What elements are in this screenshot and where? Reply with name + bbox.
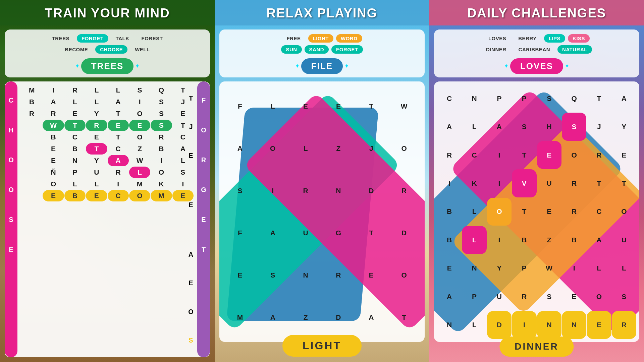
grid-row: MIRLLSQT — [21, 84, 194, 96]
grid3-table: CNPPSQTA ALASHSJY RCITEORE IKIVURTT BLOT… — [437, 84, 637, 339]
panel3-word-list: LOVES BERRY LIPS KISS DINNER CARIBBEAN N… — [434, 29, 639, 77]
word-chip-free[interactable]: FREE — [282, 34, 305, 43]
word-chips-row1: TREES FORGET TALK FOREST — [47, 34, 168, 43]
grid-row: FLEETW — [224, 85, 420, 127]
word-chip-become[interactable]: BECOME — [60, 45, 93, 54]
word-chip-choose[interactable]: CHOOSE — [95, 45, 127, 54]
word-chip-loves[interactable]: LOVES — [484, 34, 511, 43]
panel2-header: RELAX PLAYING — [215, 0, 429, 25]
word-chips-row2: SUN SAND FORGET — [281, 45, 363, 54]
word-chip-sun[interactable]: SUN — [281, 45, 302, 54]
word-chip-talk[interactable]: TALK — [111, 34, 134, 43]
word-chip-sand[interactable]: SAND — [305, 45, 329, 54]
grid-row: BLIBZBAU — [437, 226, 636, 254]
grid-row: EBECOME — [21, 190, 194, 201]
grid-row: ALASHSJY — [437, 113, 636, 140]
word-chip-forest[interactable]: FOREST — [137, 34, 168, 43]
sparkle-left2: ✦ — [295, 62, 300, 70]
word-chip-berry[interactable]: BERRY — [514, 34, 541, 43]
sparkle-left: ✦ — [75, 62, 80, 70]
grid-row: APURSEOS — [437, 283, 636, 310]
word-chip-kiss[interactable]: KISS — [568, 34, 590, 43]
word-chip-lips[interactable]: LIPS — [544, 34, 565, 43]
word-chips-row1: LOVES BERRY LIPS KISS — [484, 34, 590, 43]
grid-row: MAZDAT — [224, 296, 420, 338]
sparkle-right3: ✦ — [565, 62, 570, 70]
word-chip-dinner[interactable]: DINNER — [481, 45, 511, 54]
grid-row: NLDINNER — [437, 311, 636, 339]
word-chip-word[interactable]: WORD — [336, 34, 362, 43]
current-word-badge: TREES — [81, 58, 134, 74]
panel1-header: TRAIN YOUR MIND — [0, 0, 215, 25]
grid-row: ÑPURLOS — [21, 167, 194, 178]
panel3-header: DAILY CHALLENGES — [429, 0, 644, 25]
word-chip-light[interactable]: LIGHT — [308, 34, 334, 43]
grid-row: ENYPWILL — [437, 254, 636, 282]
sparkle-right2: ✦ — [344, 62, 349, 70]
grid-row: CNPPSQTA — [437, 84, 636, 112]
bottom-word-dinner: DINNER — [499, 337, 574, 357]
panel2-word-list: FREE LIGHT WORD SUN SAND FORGET ✦ FILE ✦ — [219, 29, 425, 77]
word-chip-forget[interactable]: FORGET — [77, 34, 108, 43]
word-chip-natural[interactable]: NATURAL — [557, 45, 592, 54]
current-word-badge2: FILE — [301, 58, 343, 74]
word-chip-caribbean[interactable]: CARIBBEAN — [514, 45, 555, 54]
word-chip-well[interactable]: WELL — [130, 45, 155, 54]
word-chip-forget2[interactable]: FORGET — [331, 45, 363, 54]
bottom-word-light: LIGHT — [282, 335, 362, 357]
word-chip-trees[interactable]: TREES — [47, 34, 74, 43]
word-chips-row1: FREE LIGHT WORD — [282, 34, 362, 43]
grid-row: RREYTOSE — [21, 108, 194, 119]
grid-row: BALLAISJ — [21, 96, 194, 108]
grid-row: RCITEORE — [437, 141, 636, 169]
sparkle-right: ✦ — [135, 62, 140, 70]
current-word-badge3: LOVES — [510, 58, 563, 74]
grid-row: FAUGTD — [224, 212, 420, 254]
panel1-word-list: TREES FORGET TALK FOREST BECOME CHOOSE W… — [5, 29, 210, 77]
word-chips-row2: DINNER CARIBBEAN NATURAL — [481, 45, 592, 54]
grid-row: IKIVURTT — [437, 169, 636, 197]
grid-row: AOLZJO — [224, 127, 420, 169]
grid-row: WTREEST — [21, 120, 194, 131]
grid-row: ENYAWIL — [21, 155, 194, 166]
word-chips-row2: BECOME CHOOSE WELL — [60, 45, 154, 54]
grid-row: BLOTERCO — [437, 198, 636, 226]
grid-row: ESNREO — [224, 254, 420, 296]
panel-relax: RELAX PLAYING FREE LIGHT WORD SUN SAND F… — [215, 0, 429, 362]
sparkle-left3: ✦ — [504, 62, 509, 70]
panel-train: TRAIN YOUR MIND TREES FORGET TALK FOREST… — [0, 0, 215, 362]
panel-challenges: DAILY CHALLENGES LOVES BERRY LIPS KISS D… — [429, 0, 644, 362]
grid1-table: MIRLLSQT BALLAISJ RREYTOSE WTREEST BCETO… — [21, 84, 194, 202]
grid-row: OLLIMKI — [21, 178, 194, 190]
grid-row: BCETORC — [21, 131, 194, 143]
grid-row: SIRNDR — [224, 170, 420, 212]
grid2-table: FLEETW AOLZJO SIRNDR FAUGTD ESNREO — [223, 85, 421, 339]
grid-row: EBTCZBA — [21, 143, 194, 155]
